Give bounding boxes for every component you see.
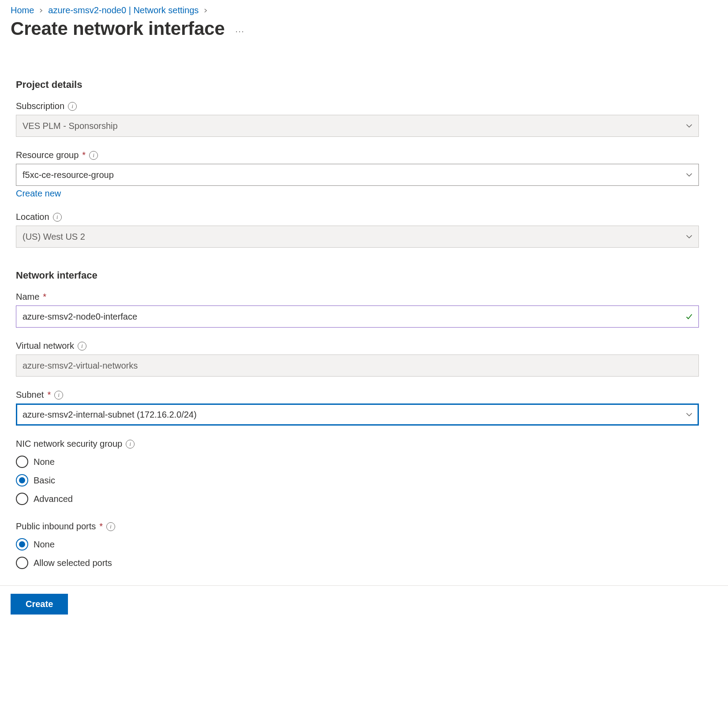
subscription-dropdown: VES PLM - Sponsorship (16, 115, 699, 137)
nsg-option-basic[interactable]: Basic (16, 471, 699, 490)
field-virtual-network: Virtual network i azure-smsv2-virtual-ne… (16, 341, 699, 377)
field-resource-group: Resource group * i f5xc-ce-resource-grou… (16, 150, 699, 199)
section-project-details: Project details (16, 79, 699, 90)
create-button[interactable]: Create (11, 594, 68, 615)
section-network-interface: Network interface (16, 270, 699, 281)
info-icon[interactable]: i (54, 391, 63, 400)
field-subscription: Subscription i VES PLM - Sponsorship (16, 101, 699, 137)
info-icon[interactable]: i (53, 213, 62, 222)
ports-option-none[interactable]: None (16, 535, 699, 554)
nsg-option-advanced-label: Advanced (34, 494, 73, 504)
nsg-option-none-label: None (34, 457, 55, 467)
label-subnet: Subnet (16, 390, 44, 400)
page-title: Create network interface (11, 18, 225, 39)
radio-icon (16, 456, 28, 468)
ports-option-allow-label: Allow selected ports (34, 558, 112, 568)
resource-group-dropdown[interactable]: f5xc-ce-resource-group (16, 164, 699, 186)
more-icon[interactable]: ··· (235, 27, 244, 36)
subnet-value: azure-smsv2-internal-subnet (172.16.2.0/… (23, 410, 197, 420)
info-icon[interactable]: i (68, 102, 77, 111)
info-icon[interactable]: i (126, 440, 135, 449)
required-indicator: * (82, 150, 86, 160)
field-subnet: Subnet * i azure-smsv2-internal-subnet (… (16, 390, 699, 426)
subscription-value: VES PLM - Sponsorship (23, 121, 118, 131)
info-icon[interactable]: i (106, 522, 115, 531)
breadcrumb: Home azure-smsv2-node0 | Network setting… (11, 5, 717, 15)
label-public-ports: Public inbound ports (16, 521, 96, 532)
field-nsg: NIC network security group i None Basic … (16, 439, 699, 508)
field-public-ports: Public inbound ports * i None Allow sele… (16, 521, 699, 572)
virtual-network-value: azure-smsv2-virtual-networks (23, 361, 138, 371)
label-subscription: Subscription (16, 101, 64, 111)
radio-icon (16, 493, 28, 505)
breadcrumb-home[interactable]: Home (11, 5, 34, 15)
required-indicator: * (47, 390, 51, 400)
nsg-option-advanced[interactable]: Advanced (16, 490, 699, 508)
ports-option-none-label: None (34, 539, 55, 550)
chevron-down-icon (685, 232, 694, 241)
radio-icon (16, 557, 28, 569)
label-location: Location (16, 212, 49, 222)
nsg-option-basic-label: Basic (34, 475, 55, 486)
chevron-down-icon (685, 121, 694, 130)
virtual-network-input: azure-smsv2-virtual-networks (16, 354, 699, 377)
required-indicator: * (43, 292, 46, 302)
label-resource-group: Resource group (16, 150, 79, 160)
create-new-link[interactable]: Create new (16, 189, 61, 199)
field-name: Name * azure-smsv2-node0-interface (16, 292, 699, 328)
name-value: azure-smsv2-node0-interface (23, 312, 137, 322)
info-icon[interactable]: i (78, 342, 86, 351)
name-input[interactable]: azure-smsv2-node0-interface (16, 305, 699, 328)
location-value: (US) West US 2 (23, 232, 85, 242)
info-icon[interactable]: i (89, 151, 98, 160)
chevron-down-icon (685, 170, 694, 179)
ports-radio-group: None Allow selected ports (16, 535, 699, 572)
field-location: Location i (US) West US 2 (16, 212, 699, 248)
breadcrumb-network-settings[interactable]: azure-smsv2-node0 | Network settings (48, 5, 199, 15)
nsg-option-none[interactable]: None (16, 452, 699, 471)
subnet-dropdown[interactable]: azure-smsv2-internal-subnet (172.16.2.0/… (16, 403, 699, 426)
required-indicator: * (99, 521, 103, 532)
resource-group-value: f5xc-ce-resource-group (23, 170, 114, 180)
label-nsg: NIC network security group (16, 439, 122, 449)
label-virtual-network: Virtual network (16, 341, 74, 351)
radio-icon (16, 538, 28, 551)
chevron-right-icon (203, 8, 208, 13)
ports-option-allow[interactable]: Allow selected ports (16, 554, 699, 572)
check-icon (685, 312, 694, 321)
radio-icon (16, 474, 28, 486)
nsg-radio-group: None Basic Advanced (16, 452, 699, 508)
chevron-right-icon (38, 8, 44, 13)
chevron-down-icon (685, 410, 694, 419)
label-name: Name (16, 292, 39, 302)
location-dropdown: (US) West US 2 (16, 226, 699, 248)
